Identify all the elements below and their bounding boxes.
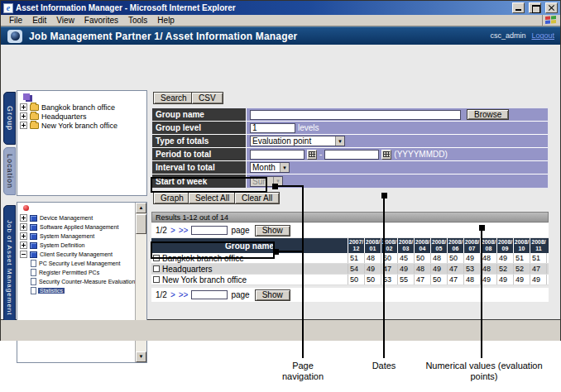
page-number-input[interactable] bbox=[191, 290, 228, 299]
expand-icon[interactable] bbox=[20, 122, 27, 129]
job-tree-item[interactable]: Security Counter-Measure Evaluation bbox=[28, 277, 146, 286]
calendar-icon[interactable] bbox=[381, 150, 391, 160]
tree-item-label: Register Permitted PCs bbox=[38, 270, 99, 275]
app-header: Job Management Partner 1/ Asset Informat… bbox=[1, 26, 560, 45]
csv-button[interactable]: CSV bbox=[191, 92, 223, 104]
job-tree-item[interactable]: Client Security Management bbox=[20, 250, 146, 259]
job-tree-item[interactable]: System Management bbox=[20, 232, 146, 241]
show-button[interactable]: Show bbox=[255, 289, 290, 301]
group-tree-item[interactable]: New York branch office bbox=[20, 121, 146, 130]
browse-button[interactable]: Browse bbox=[467, 109, 509, 120]
last-page-link[interactable]: >> bbox=[179, 226, 189, 235]
clear-all-button[interactable]: Clear All bbox=[234, 192, 280, 204]
form-row-period-to-total: Period to total - (YYYYMMDD) bbox=[152, 148, 548, 161]
scroll-up-icon[interactable] bbox=[136, 203, 146, 213]
value-cell: 51 bbox=[514, 253, 530, 263]
value-cell: 49 bbox=[481, 275, 497, 284]
value-cell: 49 bbox=[431, 264, 448, 274]
job-tree-item[interactable]: PC Security Level Management bbox=[28, 259, 146, 268]
value-cell: 52 bbox=[514, 264, 530, 274]
menu-item-file[interactable]: File bbox=[4, 16, 27, 25]
page-label: page bbox=[231, 226, 249, 235]
callout-line bbox=[276, 185, 303, 187]
group-tree-item[interactable]: Bangkok branch office bbox=[20, 103, 146, 112]
group-tree-item[interactable]: Headquarters bbox=[20, 112, 146, 121]
search-button[interactable]: Search bbox=[153, 92, 194, 104]
month-year: 2008/ bbox=[464, 239, 480, 246]
value-cell: 49 bbox=[365, 264, 381, 274]
period-from-input[interactable] bbox=[250, 150, 304, 160]
tree-item-label: Headquarters bbox=[41, 112, 87, 121]
expand-icon[interactable] bbox=[20, 241, 27, 249]
month-header: 2008/10 bbox=[514, 238, 530, 253]
ie-document-icon bbox=[3, 3, 13, 13]
job-tree-item[interactable]: Software Applied Management bbox=[20, 222, 146, 232]
node-icon bbox=[30, 233, 37, 240]
expand-icon[interactable] bbox=[20, 232, 27, 240]
job-tree-item[interactable]: System Definition bbox=[20, 241, 146, 250]
expand-icon[interactable] bbox=[20, 103, 27, 111]
interval-to-total-controls: Month bbox=[247, 161, 548, 174]
results-summary: Results 1-12 out of 14 bbox=[151, 212, 549, 222]
row-checkbox[interactable] bbox=[153, 276, 160, 283]
tab-location[interactable]: Location bbox=[3, 147, 16, 195]
month-header: 2007/12 bbox=[348, 238, 365, 253]
value-cell: 53 bbox=[464, 264, 481, 274]
value-cell: 49 bbox=[464, 253, 481, 263]
value-cell: 50 bbox=[431, 275, 448, 284]
group-name-cell: Headquarters bbox=[151, 264, 348, 274]
username: csc_admin bbox=[490, 31, 525, 40]
value-cell: 49 bbox=[497, 253, 514, 263]
month-number: 12 bbox=[348, 246, 364, 252]
next-page-link[interactable]: > bbox=[170, 226, 175, 235]
interval-to-total-select[interactable]: Month bbox=[250, 162, 290, 173]
menu-item-favorites[interactable]: Favorites bbox=[79, 16, 123, 25]
value-cell: 50 bbox=[365, 275, 381, 284]
document-icon bbox=[31, 260, 36, 267]
show-button[interactable]: Show bbox=[255, 225, 290, 237]
expand-icon[interactable] bbox=[20, 112, 27, 120]
month-header: 2008/01 bbox=[365, 238, 381, 253]
job-tree-item[interactable]: Register Permitted PCs bbox=[28, 268, 146, 277]
scroll-down-icon[interactable] bbox=[136, 351, 146, 362]
document-icon bbox=[31, 278, 36, 285]
value-cell: 48 bbox=[481, 253, 497, 263]
tab-job-of-asset-management[interactable]: Job of Asset Management bbox=[3, 205, 16, 331]
calendar-icon[interactable] bbox=[307, 150, 317, 160]
group-name-input[interactable] bbox=[250, 110, 461, 120]
page-number-input[interactable] bbox=[191, 226, 228, 235]
folder-icon bbox=[30, 122, 39, 129]
month-number: 06 bbox=[448, 246, 463, 252]
job-tree-item[interactable]: Statistics bbox=[28, 286, 146, 295]
tree-item-label: Statistics bbox=[38, 288, 65, 294]
expand-icon[interactable] bbox=[20, 223, 27, 231]
last-page-link[interactable]: >> bbox=[179, 290, 189, 299]
close-button[interactable] bbox=[545, 2, 558, 13]
menu-item-help[interactable]: Help bbox=[152, 16, 180, 25]
menu-item-edit[interactable]: Edit bbox=[27, 16, 51, 25]
scroll-thumb[interactable] bbox=[136, 214, 146, 234]
interval-to-total-value: Month bbox=[252, 163, 276, 172]
type-of-totals-controls: Evaluation point bbox=[247, 135, 548, 147]
callout-line-dates bbox=[383, 195, 385, 358]
menu-item-tools[interactable]: Tools bbox=[123, 16, 152, 25]
graph-button[interactable]: Graph bbox=[153, 192, 191, 204]
expand-icon[interactable] bbox=[20, 214, 27, 222]
type-of-totals-select[interactable]: Evaluation point bbox=[250, 136, 345, 146]
value-cell: 45 bbox=[398, 253, 415, 263]
period-to-input[interactable] bbox=[324, 150, 379, 160]
row-checkbox[interactable] bbox=[153, 265, 160, 272]
tab-group[interactable]: Group bbox=[3, 92, 16, 145]
collapse-icon[interactable] bbox=[20, 251, 27, 258]
month-number: 07 bbox=[464, 246, 480, 252]
group-tree: Bangkok branch officeHeadquartersNew Yor… bbox=[17, 91, 146, 130]
group-level-input[interactable] bbox=[250, 123, 295, 133]
select-all-button[interactable]: Select All bbox=[188, 192, 237, 204]
job-tree-item[interactable]: Device Management bbox=[20, 213, 146, 222]
menu-item-view[interactable]: View bbox=[51, 16, 79, 25]
maximize-button[interactable] bbox=[529, 2, 541, 13]
logout-link[interactable]: Logout bbox=[531, 31, 554, 40]
minimize-button[interactable] bbox=[512, 2, 525, 13]
month-year: 2008/ bbox=[448, 239, 463, 246]
next-page-link[interactable]: > bbox=[170, 290, 175, 299]
